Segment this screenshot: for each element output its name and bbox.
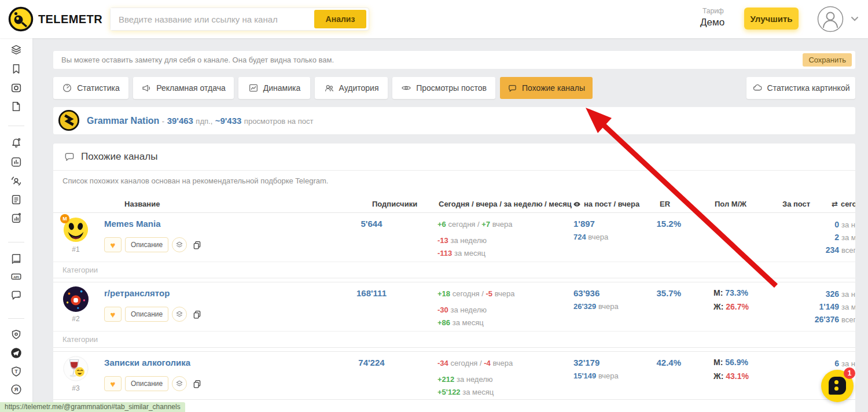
heart-icon: ♥ [111,240,116,250]
table-row: M #1 Memes Mania ♥ Описание 5'644 +6 сег… [53,213,855,279]
tariff-value: Демо [700,17,735,28]
line-chart-icon [248,83,259,93]
copy-icon [192,240,202,250]
channel-avg-views: ~9'433 [215,116,242,126]
layers-button[interactable] [172,376,187,391]
sidebar: API T Я [0,38,32,412]
er-value: 42.4% [635,358,681,367]
cloud-icon [752,83,763,93]
copy-button[interactable] [190,308,203,321]
telemetr-logo-icon[interactable] [8,6,34,32]
status-bar-url: https://telemetr.me/@grammnation#tab_sim… [0,402,185,412]
chat-bubble-icon [829,377,846,395]
copy-icon [192,310,202,319]
support-chat-icon[interactable] [10,289,23,301]
col-subscribers: Подписчики [372,200,417,208]
row-avatar [62,286,89,312]
gauge-icon [62,83,72,93]
row-avatar [62,355,89,382]
t-shield-icon[interactable]: T [10,365,23,378]
rank-label: #2 [62,315,89,323]
layers-button[interactable] [172,237,187,252]
chat-square-icon [64,151,75,163]
row-avatar: M [62,216,89,243]
user-sync-icon[interactable] [10,175,23,187]
channel-name[interactable]: Grammar Nation [87,116,159,126]
table-header: Название Подписчики Сегодня / вчера / за… [53,197,855,213]
bookmark-icon[interactable] [10,62,23,75]
chat-square-icon [507,83,517,93]
description-button[interactable]: Описание [125,307,168,322]
tab-similar-channels[interactable]: Похожие каналы [500,77,593,99]
chevron-down-icon[interactable] [851,16,859,22]
yandex-icon[interactable]: Я [10,383,23,396]
notes-icon[interactable] [10,193,23,206]
col-er: ER [660,200,670,208]
file-icon[interactable] [10,100,23,113]
layers-button[interactable] [172,307,187,322]
channel-link[interactable]: Memes Mania [104,219,161,229]
search-input[interactable] [111,8,310,30]
favorite-button[interactable]: ♥ [104,376,122,391]
tab-audience[interactable]: Аудитория [315,77,388,99]
subscribers-value: 168'111 [314,288,429,298]
section-description: Список похожих каналов основан на рекоме… [62,176,328,185]
heart-icon: ♥ [111,379,116,389]
tab-post-views[interactable]: Просмотры постов [392,77,495,99]
book-icon[interactable] [10,252,23,265]
description-button[interactable]: Описание [125,376,168,391]
copy-icon [192,379,202,389]
tab-statistics[interactable]: Статистика [53,77,128,99]
channel-link[interactable]: Записки алкоголика [104,358,190,367]
channel-bar: Grammar Nation - 39'463 пдп., ~9'433 про… [53,107,855,134]
eye-icon [401,83,411,93]
stats-icon[interactable] [10,212,23,225]
subscribers-value: 74'224 [314,358,429,367]
analyze-button[interactable]: Анализ [314,10,366,28]
subscribers-value: 5'644 [314,219,429,229]
tariff-label: Тариф [700,7,735,15]
picture-stats-button[interactable]: Статистика картинкой [746,77,855,99]
favorite-button[interactable]: ♥ [104,237,122,252]
channel-search: Анализ [110,8,369,31]
categories-label: Категории [53,262,855,278]
bar-chart-icon[interactable] [10,156,23,168]
description-button[interactable]: Описание [125,237,168,252]
user-avatar[interactable] [817,6,844,32]
note-input[interactable]: Вы можете оставить заметку для себя о ка… [61,51,334,69]
tariff-block: Тариф Демо [700,7,735,28]
api-icon[interactable]: API [10,270,23,283]
col-growth: Сегодня / вчера / за неделю / месяц [439,200,572,208]
favorite-button[interactable]: ♥ [104,307,122,322]
copy-button[interactable] [190,377,203,390]
m-badge: M [60,214,69,223]
rank-label: #3 [62,384,89,392]
copy-button[interactable] [190,238,203,251]
layers-icon [175,380,183,388]
telegram-icon[interactable] [10,347,23,359]
tab-dynamics[interactable]: Динамика [238,77,310,99]
channel-link[interactable]: r/ретранслятор [104,288,170,298]
tab-ad-performance[interactable]: Рекламная отдача [133,77,234,99]
top-bar: TELEMETR Анализ Тариф Демо Улучшить [0,0,868,38]
col-reposts: ⇄ сегодня [832,200,855,208]
layers-icon[interactable] [10,43,23,56]
shield-icon[interactable] [10,328,23,341]
col-per-post: За пост [782,200,810,208]
save-note-button[interactable]: Сохранить [803,53,852,67]
table-row: #2 r/ретранслятор ♥ Описание 168'111 +18… [53,282,855,348]
eye-icon [573,200,581,208]
section-title: Похожие каналы [81,151,157,163]
megaphone-icon [141,83,152,93]
er-value: 35.7% [635,288,681,298]
camera-icon[interactable] [10,82,23,94]
page: TELEMETR Анализ Тариф Демо Улучшить [0,0,868,412]
repost-icon: ⇄ [832,200,838,208]
svg-text:API: API [13,275,19,279]
upgrade-button[interactable]: Улучшить [744,8,799,30]
table-row: #3 Записки алкоголика ♥ Описание 74'224 … [53,351,855,400]
chat-widget-button[interactable]: 1 [821,370,854,402]
bell-icon[interactable] [10,137,23,149]
brand-title: TELEMETR [38,13,102,26]
er-value: 15.2% [635,219,681,229]
